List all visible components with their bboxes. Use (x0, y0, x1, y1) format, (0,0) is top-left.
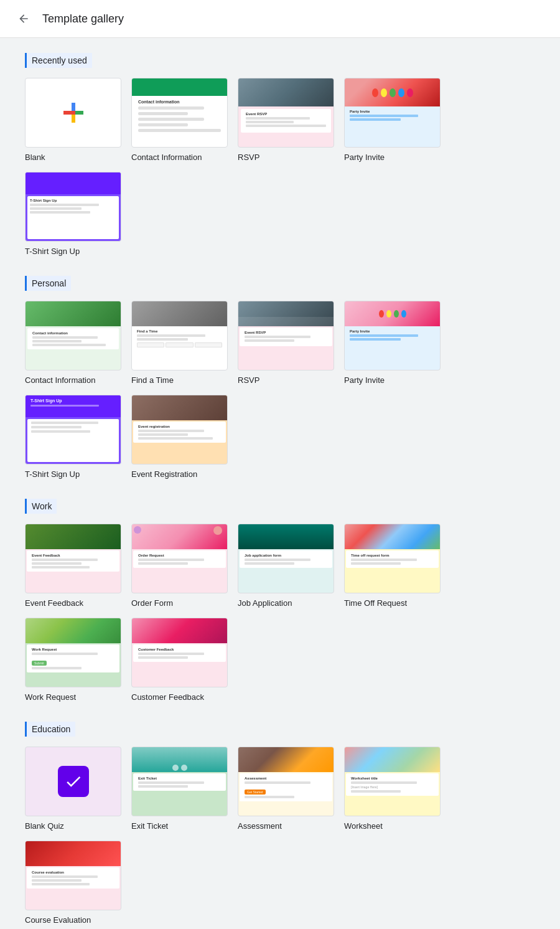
section-title-work: Work (25, 499, 57, 514)
section-personal: Personal Contact information Contact Inf… (25, 276, 535, 479)
template-name-assessment: Assessment (238, 821, 334, 831)
template-assessment[interactable]: Assessment Get Started Assessment (238, 747, 334, 831)
thumb-customer-feedback: Customer Feedback (131, 618, 228, 687)
template-party-personal[interactable]: Party Invite Party Invite (344, 301, 441, 385)
thumb-time-off: Time off request form (344, 524, 441, 593)
template-name-time-off: Time Off Request (344, 598, 441, 608)
template-name-rsvp-personal: RSVP (238, 375, 334, 385)
template-event-reg[interactable]: Event registration Event Registration (131, 395, 228, 479)
work-grid: Event Feedback Event Feedback O (25, 524, 535, 702)
template-contact-recent[interactable]: Contact information Contact Information (131, 78, 228, 162)
thumb-exit-ticket: Exit Ticket (131, 747, 228, 816)
plus-icon (58, 98, 88, 128)
thumb-worksheet: Worksheet title [Insert Image Here] (344, 747, 441, 816)
svg-rect-5 (75, 111, 83, 115)
template-exit-ticket[interactable]: Exit Ticket Exit Ticket (131, 747, 228, 831)
thumb-tshirt-recent: T-Shirt Sign Up (25, 172, 121, 242)
template-course-eval[interactable]: Course evaluation Course Evaluation (25, 841, 121, 925)
thumb-course-eval: Course evaluation (25, 841, 121, 910)
template-name-findtime: Find a Time (131, 375, 228, 385)
template-customer-feedback[interactable]: Customer Feedback Customer Feedback (131, 618, 228, 702)
thumb-tshirt-personal: T-Shirt Sign Up (25, 395, 121, 464)
template-name-worksheet: Worksheet (344, 821, 441, 831)
template-name-job-app: Job Application (238, 598, 334, 608)
thumb-event-reg: Event registration (131, 395, 228, 464)
thumb-event-feedback: Event Feedback (25, 524, 121, 593)
section-title-recently-used: Recently used (25, 53, 92, 68)
svg-rect-4 (63, 111, 72, 115)
template-work-request[interactable]: Work Request Submit Work Request (25, 618, 121, 702)
thumb-rsvp-personal: Event RSVP (238, 301, 334, 370)
thumb-work-request: Work Request Submit (25, 618, 121, 687)
template-rsvp-recent[interactable]: Event RSVP RSVP (238, 78, 334, 162)
template-name-order-form: Order Form (131, 598, 228, 608)
page-header: Template gallery (0, 0, 560, 38)
template-name-party-recent: Party Invite (344, 153, 441, 162)
thumb-job-app: Job application form (238, 524, 334, 593)
template-name-blank: Blank (25, 153, 121, 162)
template-name-course-eval: Course Evaluation (25, 915, 121, 925)
section-recently-used: Recently used Blank (25, 53, 535, 256)
template-party-recent[interactable]: Party Invite Party Invite (344, 78, 441, 162)
template-name-contact-recent: Contact Information (131, 153, 228, 162)
template-contact-personal[interactable]: Contact information Contact Information (25, 301, 121, 385)
thumb-findtime: Find a Time (131, 301, 228, 370)
template-name-customer-feedback: Customer Feedback (131, 692, 228, 702)
template-findtime[interactable]: Find a Time Find a Time (131, 301, 228, 385)
template-name-event-reg: Event Registration (131, 469, 228, 479)
education-grid: Blank Quiz Exit Ticket (25, 747, 535, 925)
quiz-icon (58, 766, 89, 797)
template-name-rsvp-recent: RSVP (238, 153, 334, 162)
template-name-contact-personal: Contact Information (25, 375, 121, 385)
personal-grid: Contact information Contact Information … (25, 301, 535, 479)
template-name-work-request: Work Request (25, 692, 121, 702)
section-work: Work Event Feedback Event Feedback (25, 499, 535, 702)
thumb-order-form: Order Request (131, 524, 228, 593)
thumb-party-recent: Party Invite (344, 78, 441, 148)
main-content: Recently used Blank (0, 38, 560, 929)
template-order-form[interactable]: Order Request Order Form (131, 524, 228, 608)
template-job-app[interactable]: Job application form Job Application (238, 524, 334, 608)
section-title-personal: Personal (25, 276, 71, 291)
thumb-assessment: Assessment Get Started (238, 747, 334, 816)
template-tshirt-recent[interactable]: T-Shirt Sign Up T-Shirt Sign Up (25, 172, 121, 256)
template-name-exit-ticket: Exit Ticket (131, 821, 228, 831)
template-name-tshirt-recent: T-Shirt Sign Up (25, 247, 121, 256)
template-name-event-feedback: Event Feedback (25, 598, 121, 608)
template-name-blank-quiz: Blank Quiz (25, 821, 121, 831)
template-event-feedback[interactable]: Event Feedback Event Feedback (25, 524, 121, 608)
svg-rect-2 (72, 103, 75, 111)
thumb-rsvp-recent: Event RSVP (238, 78, 334, 148)
section-education: Education Blank Quiz (25, 722, 535, 925)
thumb-contact-recent: Contact information (131, 78, 228, 148)
template-worksheet[interactable]: Worksheet title [Insert Image Here] Work… (344, 747, 441, 831)
back-button[interactable] (12, 7, 35, 30)
svg-rect-3 (72, 115, 75, 123)
template-name-tshirt-personal: T-Shirt Sign Up (25, 469, 121, 479)
page-title: Template gallery (42, 12, 124, 26)
recently-used-grid: Blank Contact information Contact Inform… (25, 78, 535, 256)
thumb-blank-quiz (25, 747, 121, 816)
template-rsvp-personal[interactable]: Event RSVP RSVP (238, 301, 334, 385)
template-tshirt-personal[interactable]: T-Shirt Sign Up T-Shirt Sign Up (25, 395, 121, 479)
thumb-blank (25, 78, 121, 148)
template-time-off[interactable]: Time off request form Time Off Request (344, 524, 441, 608)
thumb-party-personal: Party Invite (344, 301, 441, 370)
template-blank[interactable]: Blank (25, 78, 121, 162)
template-name-party-personal: Party Invite (344, 375, 441, 385)
template-blank-quiz[interactable]: Blank Quiz (25, 747, 121, 831)
section-title-education: Education (25, 722, 75, 737)
thumb-contact-personal: Contact information (25, 301, 121, 370)
